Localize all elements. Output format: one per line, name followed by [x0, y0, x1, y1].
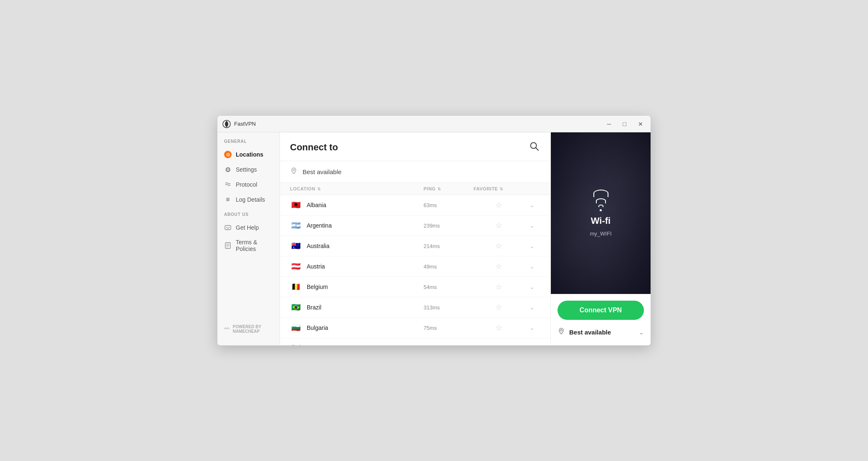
table-row[interactable]: 🇧🇷 Brazil 313ms ☆ ⌄: [280, 297, 550, 318]
sidebar: GENERAL ⊙ Locations ⚙ Settings Protocol: [217, 132, 280, 345]
app-window: FastVPN ─ □ ✕ GENERAL ⊙ Locations ⚙ Sett…: [217, 115, 651, 346]
expand-cell[interactable]: ⌄: [524, 263, 540, 270]
connect-vpn-button[interactable]: Connect VPN: [558, 301, 644, 320]
maximize-button[interactable]: □: [621, 119, 629, 129]
sidebar-item-terms-label: Terms & Policies: [236, 239, 273, 252]
table-row[interactable]: 🇦🇺 Australia 214ms ☆ ⌄: [280, 236, 550, 256]
star-icon[interactable]: ☆: [495, 262, 502, 271]
wifi-symbol: [593, 190, 608, 211]
favorite-cell[interactable]: ☆: [474, 303, 524, 312]
table-row[interactable]: 🇧🇪 Belgium 54ms ☆ ⌄: [280, 277, 550, 297]
sidebar-item-terms[interactable]: Terms & Policies: [217, 235, 280, 256]
chevron-icon[interactable]: ⌄: [530, 324, 535, 331]
sidebar-item-log-details-label: Log Details: [236, 196, 265, 203]
wifi-arc-small: [598, 205, 603, 207]
star-icon[interactable]: ☆: [495, 323, 502, 332]
table-row[interactable]: 🇦🇱 Albania 63ms ☆ ⌄: [280, 195, 550, 215]
general-label: GENERAL: [217, 139, 280, 147]
favorite-cell[interactable]: ☆: [474, 344, 524, 345]
location-name-cell: 🇧🇬 Bulgaria: [290, 322, 424, 334]
favorite-header[interactable]: FAVORITE ⇅: [474, 186, 524, 191]
ping-header[interactable]: PING ⇅: [424, 186, 474, 191]
table-row[interactable]: 🇦🇹 Austria 49ms ☆ ⌄: [280, 256, 550, 277]
main-content: Connect to Best available: [280, 132, 550, 345]
expand-cell[interactable]: ⌄: [524, 222, 540, 229]
ping-sort-icon: ⇅: [437, 187, 441, 191]
ping-value: 214ms: [424, 243, 474, 249]
table-row[interactable]: 🇨🇦 Canada 109ms ☆ ⌄: [280, 338, 550, 345]
sidebar-item-locations-label: Locations: [236, 151, 263, 158]
chevron-icon[interactable]: ⌄: [530, 243, 535, 249]
sidebar-item-settings-label: Settings: [236, 166, 257, 173]
expand-cell[interactable]: ⌄: [524, 304, 540, 311]
expand-cell[interactable]: ⌄: [524, 324, 540, 331]
log-details-icon: ≡: [224, 196, 232, 203]
star-icon[interactable]: ☆: [495, 282, 502, 291]
location-selector[interactable]: Best available ⌄: [558, 326, 644, 339]
location-sort-icon: ⇅: [317, 187, 321, 191]
star-icon[interactable]: ☆: [495, 303, 502, 312]
chevron-icon[interactable]: ⌄: [530, 284, 535, 290]
network-name: my_WIFI: [590, 230, 612, 237]
wifi-arc-large: [593, 190, 608, 197]
star-icon[interactable]: ☆: [495, 200, 502, 210]
chevron-icon[interactable]: ⌄: [530, 202, 535, 208]
star-icon[interactable]: ☆: [495, 344, 502, 345]
table-row[interactable]: 🇦🇷 Argentina 239ms ☆ ⌄: [280, 215, 550, 236]
right-panel: Wi-fi my_WIFI Connect VPN Best available…: [550, 132, 651, 345]
sidebar-item-settings[interactable]: ⚙ Settings: [217, 162, 280, 177]
ping-value: 239ms: [424, 223, 474, 229]
pin-icon: [290, 167, 298, 177]
expand-cell[interactable]: ⌄: [524, 243, 540, 249]
best-available-label: Best available: [303, 168, 341, 175]
favorite-cell[interactable]: ☆: [474, 241, 524, 251]
wifi-icon-container: [593, 190, 608, 211]
location-name: Brazil: [307, 304, 321, 311]
sidebar-item-protocol[interactable]: Protocol: [217, 177, 280, 192]
chevron-icon[interactable]: ⌄: [530, 304, 535, 311]
wifi-label: Wi-fi: [591, 215, 611, 226]
favorite-cell[interactable]: ☆: [474, 221, 524, 230]
flag-icon: 🇦🇱: [290, 199, 302, 211]
table-row[interactable]: 🇧🇬 Bulgaria 75ms ☆ ⌄: [280, 318, 550, 338]
wifi-panel: Wi-fi my_WIFI: [551, 132, 651, 294]
flag-icon: 🇧🇷: [290, 301, 302, 313]
ping-value: 75ms: [424, 325, 474, 331]
favorite-cell[interactable]: ☆: [474, 282, 524, 291]
minimize-button[interactable]: ─: [605, 119, 614, 129]
sidebar-item-get-help[interactable]: Get Help: [217, 220, 280, 235]
app-body: GENERAL ⊙ Locations ⚙ Settings Protocol: [217, 132, 651, 345]
chevron-icon[interactable]: ⌄: [530, 222, 535, 229]
sidebar-item-locations[interactable]: ⊙ Locations: [217, 147, 280, 162]
sidebar-item-log-details[interactable]: ≡ Log Details: [217, 192, 280, 207]
favorite-sort-icon: ⇅: [500, 187, 503, 191]
page-title: Connect to: [290, 142, 338, 153]
expand-cell[interactable]: ⌄: [524, 202, 540, 208]
best-available-row[interactable]: Best available: [280, 161, 550, 183]
star-icon[interactable]: ☆: [495, 221, 502, 230]
location-name: Bulgaria: [307, 324, 328, 331]
search-icon: [530, 142, 539, 151]
close-button[interactable]: ✕: [636, 119, 646, 129]
chevron-icon[interactable]: ⌄: [530, 263, 535, 270]
sidebar-item-protocol-label: Protocol: [236, 181, 257, 188]
expand-cell[interactable]: ⌄: [524, 284, 540, 290]
location-name-cell: 🇦🇺 Australia: [290, 240, 424, 252]
expand-cell[interactable]: ⌄: [524, 345, 540, 345]
protocol-icon: [224, 181, 232, 188]
search-button[interactable]: [528, 140, 540, 155]
chevron-icon[interactable]: ⌄: [530, 345, 535, 345]
main-header: Connect to: [280, 132, 550, 161]
favorite-cell[interactable]: ☆: [474, 323, 524, 332]
svg-rect-1: [225, 225, 231, 230]
location-header[interactable]: LOCATION ⇅: [290, 186, 424, 191]
favorite-cell[interactable]: ☆: [474, 262, 524, 271]
terms-icon: [224, 242, 232, 249]
location-name: Albania: [307, 202, 326, 208]
selector-pin-icon: [558, 327, 565, 337]
favorite-cell[interactable]: ☆: [474, 200, 524, 210]
flag-icon: 🇦🇺: [290, 240, 302, 252]
star-icon[interactable]: ☆: [495, 241, 502, 251]
window-controls: ─ □ ✕: [605, 119, 646, 129]
app-logo: [222, 120, 231, 128]
